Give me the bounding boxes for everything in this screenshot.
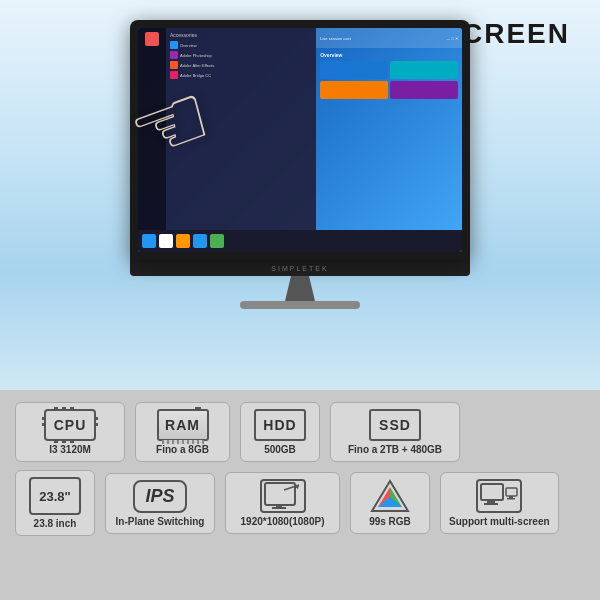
cpu-label: CPU: [54, 417, 87, 433]
resolution-card: 1920*1080(1080P): [225, 472, 340, 534]
size-badge-text: 23.8": [39, 489, 70, 504]
menu-item-icon2: [170, 51, 178, 59]
screen-right-panel: Live session user — □ ✕ Overview: [316, 28, 462, 230]
cpu-notches-bottom: [54, 439, 74, 443]
size-icon-box: 23.8": [29, 477, 81, 515]
monitor-section: TOUCH SCREEN Live session user — □ ✕ Ove…: [0, 0, 600, 390]
specs-section: CPU I3 3120M RAM Fino a 8GB HDD 500GB SS…: [0, 390, 600, 600]
ram-notch: [195, 407, 201, 411]
ram-label: RAM: [165, 417, 200, 433]
ssd-card: SSD Fino a 2TB + 480GB: [330, 402, 460, 462]
ram-icon-box: RAM: [157, 409, 209, 441]
resolution-svg: [264, 482, 302, 510]
monitor-brand: SIMPLETEK: [271, 265, 328, 272]
ips-card: IPS In-Plane Switching: [105, 473, 215, 534]
multiscreen-icon-box: [476, 479, 522, 513]
svg-rect-9: [481, 484, 503, 500]
ssd-value: Fino a 2TB + 480GB: [348, 444, 442, 455]
ssd-icon-box: SSD: [369, 409, 421, 441]
menu-header: Accessories: [170, 32, 312, 38]
taskbar-icon-4: [193, 234, 207, 248]
menu-item-text: Overview: [180, 43, 197, 48]
sidebar-logo: [145, 32, 159, 46]
monitor-stand: [285, 276, 315, 301]
svg-rect-10: [487, 500, 495, 503]
svg-rect-14: [507, 498, 515, 500]
specs-row-2: 23.8" 23.8 inch IPS In-Plane Switching: [15, 470, 585, 536]
tile-orange: [320, 81, 388, 99]
ips-value: In-Plane Switching: [116, 516, 205, 527]
ram-card: RAM Fino a 8GB: [135, 402, 230, 462]
menu-item-text2: Adobe Photoshop: [180, 53, 212, 58]
right-panel-header: Live session user — □ ✕: [316, 28, 462, 48]
right-panel-body: Overview: [316, 48, 462, 230]
menu-item-icon: [170, 41, 178, 49]
taskbar-icon-5: [210, 234, 224, 248]
color-value: 99s RGB: [369, 516, 411, 527]
menu-item-row: Overview: [170, 41, 312, 49]
hdd-icon-box: HDD: [254, 409, 306, 441]
cpu-notches-right: [94, 417, 98, 426]
cpu-notches-top: [54, 407, 74, 411]
overview-label: Overview: [320, 52, 458, 58]
cpu-notches-left: [42, 417, 46, 426]
size-card: 23.8" 23.8 inch: [15, 470, 95, 536]
user-label: Live session user: [320, 36, 351, 41]
ram-value: Fino a 8GB: [156, 444, 209, 455]
resolution-value: 1920*1080(1080P): [241, 516, 325, 527]
hdd-label: HDD: [263, 417, 296, 433]
specs-row-1: CPU I3 3120M RAM Fino a 8GB HDD 500GB SS…: [15, 402, 585, 462]
multiscreen-svg: [480, 483, 518, 509]
taskbar-icon-3: [176, 234, 190, 248]
hdd-value: 500GB: [264, 444, 296, 455]
cpu-icon-box: CPU: [44, 409, 96, 441]
multiscreen-card: Support multi-screen: [440, 472, 559, 534]
taskbar-icon-2: [159, 234, 173, 248]
resolution-icon-box: [260, 479, 306, 513]
monitor-bezel-bottom: SIMPLETEK: [130, 260, 470, 276]
monitor-base: [240, 301, 360, 309]
ssd-label: SSD: [379, 417, 411, 433]
svg-rect-0: [265, 483, 295, 505]
cpu-card: CPU I3 3120M: [15, 402, 125, 462]
taskbar-icon-start: [142, 234, 156, 248]
svg-rect-11: [484, 503, 498, 505]
color-triangle-svg: [370, 479, 410, 513]
color-card: 99s RGB: [350, 472, 430, 534]
svg-rect-2: [272, 507, 286, 509]
ips-label: IPS: [145, 486, 174, 506]
ram-pins: [162, 440, 204, 444]
tile-purple: [390, 81, 458, 99]
windows-tiles: [320, 61, 458, 99]
svg-rect-13: [509, 496, 513, 498]
hdd-card: HDD 500GB: [240, 402, 320, 462]
ips-icon-box: IPS: [133, 480, 186, 513]
svg-rect-12: [506, 488, 517, 496]
cpu-value: I3 3120M: [49, 444, 91, 455]
tile-blue: [320, 61, 388, 79]
color-icon-box: [367, 479, 413, 513]
screen-taskbar: [138, 230, 462, 252]
tile-teal: [390, 61, 458, 79]
multiscreen-value: Support multi-screen: [449, 516, 550, 527]
menu-item-icon3: [170, 61, 178, 69]
size-value: 23.8 inch: [34, 518, 77, 529]
menu-item-row: Adobe Photoshop: [170, 51, 312, 59]
